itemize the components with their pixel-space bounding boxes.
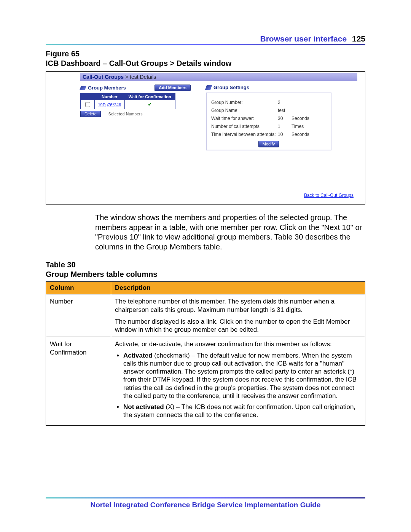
footer-title: Nortel Integrated Conference Bridge Serv… — [46, 501, 365, 509]
footer-rule — [46, 497, 365, 498]
delete-button[interactable]: Delete — [80, 111, 101, 117]
desc-bullet-list: Activated (checkmark) – The default valu… — [115, 351, 361, 419]
cell-column-name: Wait for Confirmation — [46, 337, 111, 425]
figure-caption: Figure 65 ICB Dashboard – Call-Out Group… — [46, 49, 365, 68]
group-settings-panel: Group Settings Group Number: 2 Group Nam… — [206, 85, 331, 150]
header-column: Column — [46, 282, 111, 294]
group-members-panel: Group Members Add Members Number Wait fo… — [80, 85, 191, 150]
figure-screenshot: Call-Out Groups > test Details Group Mem… — [46, 71, 365, 204]
bullet-term: Activated — [123, 352, 153, 359]
members-header-checkbox — [81, 94, 95, 100]
setting-interval: Time interval between attempts: 10 Secon… — [211, 132, 326, 137]
setting-attempts: Number of call attempts: 1 Times — [211, 124, 326, 129]
settings-box: Group Number: 2 Group Name: test Wait ti… — [206, 93, 331, 150]
figure-description-paragraph: The window shows the members and propert… — [95, 213, 365, 252]
breadcrumb-root: Call-Out Groups — [83, 74, 124, 80]
running-header: Browser user interface 125 — [46, 34, 365, 43]
page-footer: Nortel Integrated Conference Bridge Serv… — [46, 497, 365, 509]
table-title: Group Members table columns — [46, 270, 157, 278]
list-item: Activated (checkmark) – The default valu… — [123, 351, 361, 400]
cell-description: Activate, or de-activate, the answer con… — [111, 337, 365, 425]
header-description: Description — [111, 282, 365, 294]
setting-wait-time: Wait time for answer: 30 Seconds — [211, 116, 326, 121]
desc-intro: Activate, or de-activate, the answer con… — [115, 340, 361, 348]
members-header-wait: Wait for Confirmation — [124, 94, 175, 100]
members-row: 19Pp76*2#6 ✔ — [81, 100, 175, 109]
page: Browser user interface 125 Figure 65 ICB… — [0, 0, 411, 532]
members-header-row: Number Wait for Confirmation — [81, 94, 175, 100]
desc-paragraph: The telephone number of this member. The… — [115, 297, 361, 314]
table-row: Wait for Confirmation Activate, or de-ac… — [46, 337, 365, 425]
member-checkbox[interactable] — [85, 102, 90, 107]
list-item: Not activated (X) – The ICB does not wai… — [123, 403, 361, 419]
flag-icon — [205, 85, 212, 90]
setting-group-name: Group Name: test — [211, 108, 326, 113]
table-header-row: Column Description — [46, 282, 365, 294]
group-settings-heading: Group Settings — [213, 85, 249, 90]
setting-group-number: Group Number: 2 — [211, 100, 326, 105]
flag-icon — [80, 86, 86, 90]
bullet-term: Not activated — [123, 403, 164, 411]
member-number-link[interactable]: 19Pp76*2#6 — [98, 102, 121, 107]
group-members-columns-table: Column Description Number The telephone … — [46, 281, 365, 425]
group-members-heading: Group Members — [88, 85, 126, 91]
figure-number: Figure 65 — [46, 50, 80, 58]
table-caption: Table 30 Group Members table columns — [46, 260, 365, 279]
desc-paragraph: The number displayed is also a link. Cli… — [115, 318, 361, 334]
header-rule — [46, 44, 365, 45]
add-members-button[interactable]: Add Members — [155, 85, 191, 91]
table-row: Number The telephone number of this memb… — [46, 294, 365, 337]
members-table: Number Wait for Confirmation 19Pp76*2#6 … — [80, 93, 175, 109]
back-to-callout-groups-link[interactable]: Back to Call-Out Groups — [304, 193, 354, 198]
cell-description: The telephone number of this member. The… — [111, 294, 365, 337]
figure-title: ICB Dashboard – Call-Out Groups > Detail… — [46, 59, 231, 67]
check-icon: ✔ — [148, 102, 151, 107]
table-number: Table 30 — [46, 260, 76, 269]
header-page-number: 125 — [352, 34, 365, 43]
cell-column-name: Number — [46, 294, 111, 337]
bullet-text: (checkmark) – The default value for new … — [123, 352, 357, 399]
members-header-number: Number — [95, 94, 125, 100]
modify-button[interactable]: Modify — [258, 141, 279, 147]
breadcrumb: Call-Out Groups > test Details — [80, 73, 357, 81]
selected-numbers-label: Selected Numbers — [108, 112, 143, 116]
header-section-title: Browser user interface — [260, 34, 347, 43]
breadcrumb-tail: > test Details — [124, 74, 156, 80]
